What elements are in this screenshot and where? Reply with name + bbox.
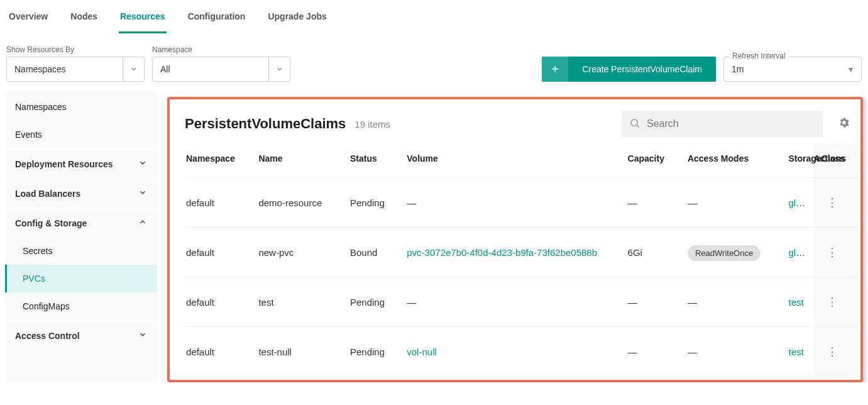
chevron-down-icon xyxy=(123,57,144,81)
tab-overview[interactable]: Overview xyxy=(8,8,49,33)
col-actions[interactable]: Actions xyxy=(813,143,857,178)
show-resources-by-value: Namespaces xyxy=(7,64,74,74)
tab-configuration[interactable]: Configuration xyxy=(187,8,247,33)
table-row: defaultnew-pvcBoundpvc-3072e7b0-4f0d-4d2… xyxy=(185,228,857,277)
table-row: defaulttest-nullPendingvol-null——test⋮ xyxy=(185,327,857,377)
namespace-select[interactable]: All xyxy=(152,57,290,82)
cell-volume: vol-null xyxy=(405,327,626,377)
caret-down-icon: ▾ xyxy=(840,57,861,81)
table-row: defaulttestPending———test⋮ xyxy=(185,277,857,327)
create-pvc-label: Create PersistentVolumeClaim xyxy=(568,57,716,82)
chevron-down-icon xyxy=(138,158,147,169)
cell-storageclass: test xyxy=(788,327,813,377)
sidebar-item-configmaps[interactable]: ConfigMaps xyxy=(5,292,157,320)
sidebar: NamespacesEventsDeployment ResourcesLoad… xyxy=(5,91,157,382)
cell-namespace: default xyxy=(185,327,257,377)
cell-volume: pvc-3072e7b0-4f0d-4d23-b9fa-73f62be0588b xyxy=(405,228,626,277)
create-pvc-button[interactable]: + Create PersistentVolumeClaim xyxy=(542,57,716,82)
kebab-icon[interactable]: ⋮ xyxy=(827,246,838,258)
cell-storageclass: gluster xyxy=(788,178,813,228)
filter-bar: Show Resources By Namespaces Namespace A… xyxy=(0,34,868,91)
col-volume[interactable]: Volume xyxy=(405,143,626,178)
volume-link[interactable]: vol-null xyxy=(407,347,437,357)
cell-actions: ⋮ xyxy=(813,178,857,228)
cell-name: demo-resource xyxy=(257,178,349,228)
cell-name: test-null xyxy=(257,327,349,377)
storageclass-link[interactable]: test xyxy=(789,347,804,357)
cell-storageclass: gluster xyxy=(788,228,813,277)
storageclass-link[interactable]: gluster xyxy=(789,197,813,208)
gear-icon[interactable] xyxy=(832,116,857,132)
chevron-down-icon xyxy=(268,57,290,81)
col-storageclass[interactable]: StorageClass xyxy=(788,143,813,178)
chevron-up-icon xyxy=(138,218,147,228)
chevron-down-icon xyxy=(138,330,147,341)
search-input[interactable] xyxy=(646,118,815,130)
sidebar-group-label: Access Control xyxy=(15,331,80,341)
cell-status: Pending xyxy=(349,277,405,327)
cell-storageclass: test xyxy=(788,277,813,327)
col-capacity[interactable]: Capacity xyxy=(627,143,686,178)
cell-name: new-pvc xyxy=(257,228,349,277)
show-resources-by-label: Show Resources By xyxy=(6,45,145,54)
cell-status: Pending xyxy=(349,327,405,377)
cell-access-modes: ReadWriteOnce xyxy=(686,228,788,277)
sidebar-group-deployment-resources[interactable]: Deployment Resources xyxy=(5,148,157,178)
access-mode-chip: ReadWriteOnce xyxy=(688,245,761,261)
sidebar-group-label: Load Balancers xyxy=(15,189,80,199)
search-box[interactable] xyxy=(622,111,823,137)
tab-nodes[interactable]: Nodes xyxy=(69,8,99,33)
refresh-interval-value: 1m xyxy=(724,64,751,74)
col-status[interactable]: Status xyxy=(349,143,405,178)
sidebar-item-namespaces[interactable]: Namespaces xyxy=(5,93,157,121)
namespace-value: All xyxy=(153,64,178,74)
refresh-interval-select[interactable]: 1m ▾ xyxy=(723,57,862,82)
refresh-interval-label: Refresh Interval xyxy=(730,52,788,60)
plus-icon: + xyxy=(542,57,568,82)
namespace-label: Namespace xyxy=(152,45,290,54)
cell-capacity: — xyxy=(627,277,686,327)
storageclass-link[interactable]: gluster xyxy=(789,247,813,258)
cell-volume: — xyxy=(405,178,626,228)
cell-capacity: — xyxy=(627,178,686,228)
sidebar-group-load-balancers[interactable]: Load Balancers xyxy=(5,178,157,208)
sidebar-item-secrets[interactable]: Secrets xyxy=(5,237,157,265)
sidebar-item-pvcs[interactable]: PVCs xyxy=(5,265,157,292)
cell-actions: ⋮ xyxy=(813,277,857,327)
svg-point-0 xyxy=(631,119,638,126)
kebab-icon[interactable]: ⋮ xyxy=(827,196,838,209)
col-name[interactable]: Name xyxy=(257,143,349,178)
show-resources-by-select[interactable]: Namespaces xyxy=(6,57,145,82)
cell-status: Pending xyxy=(349,178,405,228)
sidebar-group-label: Config & Storage xyxy=(15,218,87,228)
kebab-icon[interactable]: ⋮ xyxy=(827,345,838,358)
volume-link[interactable]: pvc-3072e7b0-4f0d-4d23-b9fa-73f62be0588b xyxy=(407,247,597,258)
tab-resources[interactable]: Resources xyxy=(119,8,167,33)
search-icon xyxy=(629,118,640,131)
cell-volume: — xyxy=(405,277,626,327)
cell-access-modes: — xyxy=(686,277,788,327)
tab-upgrade-jobs[interactable]: Upgrade Jobs xyxy=(266,8,327,33)
cell-actions: ⋮ xyxy=(813,327,857,377)
cell-capacity: 6Gi xyxy=(627,228,686,277)
table-row: defaultdemo-resourcePending———gluster⋮ xyxy=(185,178,857,228)
cell-actions: ⋮ xyxy=(813,228,857,277)
sidebar-group-access-control[interactable]: Access Control xyxy=(5,320,157,350)
svg-line-1 xyxy=(637,125,639,127)
sidebar-group-config-storage[interactable]: Config & Storage xyxy=(5,208,157,237)
cell-name: test xyxy=(257,277,349,327)
kebab-icon[interactable]: ⋮ xyxy=(827,296,838,308)
col-namespace[interactable]: Namespace xyxy=(185,143,257,178)
panel-count: 19 items xyxy=(354,119,390,130)
cell-namespace: default xyxy=(185,277,257,327)
pvc-panel: PersistentVolumeClaims 19 items xyxy=(167,97,863,382)
cell-status: Bound xyxy=(349,228,405,277)
cell-namespace: default xyxy=(185,178,257,228)
sidebar-item-events[interactable]: Events xyxy=(5,121,157,148)
storageclass-link[interactable]: test xyxy=(789,297,804,308)
sidebar-group-label: Deployment Resources xyxy=(15,159,113,169)
col-access-modes[interactable]: Access Modes xyxy=(686,143,788,178)
top-tabs: OverviewNodesResourcesConfigurationUpgra… xyxy=(0,0,868,34)
cell-namespace: default xyxy=(185,228,257,277)
chevron-down-icon xyxy=(138,188,147,199)
